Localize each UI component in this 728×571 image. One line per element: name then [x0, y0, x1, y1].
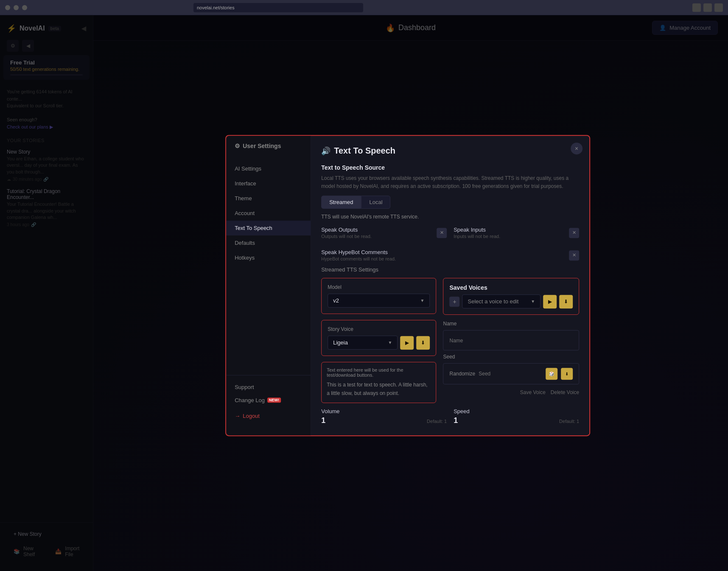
nav-text-to-speech[interactable]: Text To Speech [226, 221, 311, 235]
nav-defaults[interactable]: Defaults [226, 235, 311, 250]
tts-source-toggle: Streamed Local [321, 196, 579, 209]
speak-hypebot-title: Speak HypeBot Comments [321, 249, 396, 256]
speak-inputs-sub: Inputs will not be read. [454, 234, 500, 239]
name-label: Name [443, 321, 579, 327]
story-voice-row: Ligeia ▼ ▶ ⬇ [328, 336, 430, 350]
model-select[interactable]: v2 ▼ [328, 294, 430, 308]
nav-ai-settings[interactable]: AI Settings [226, 161, 311, 176]
speak-outputs-toggle[interactable]: ✕ [437, 228, 447, 238]
left-column: Model v2 ▼ Story Voice Ligeia ▼ ▶ [321, 278, 436, 403]
tts-title-icon: 🔊 [321, 146, 330, 156]
randomize-label: Randomize [449, 371, 475, 377]
seed-section: Seed Randomize 🎲 ⬇ [443, 354, 579, 385]
modal-settings-icon: ⚙ [235, 143, 240, 149]
story-voice-play-btn[interactable]: ▶ [400, 336, 414, 350]
browser-icon-ext[interactable] [692, 3, 701, 12]
speak-settings-grid: Speak Outputs Outputs will not be read. … [321, 227, 579, 244]
speak-outputs-section: Speak Outputs Outputs will not be read. … [321, 227, 447, 244]
saved-voices-section: Saved Voices + Select a voice to edit ▼ … [443, 278, 579, 315]
delete-voice-btn[interactable]: Delete Voice [551, 390, 579, 396]
test-area-hint: Text entered here will be used for the t… [327, 368, 431, 378]
saved-voice-select[interactable]: Select a voice to edit ▼ [462, 295, 540, 309]
saved-voices-row: + Select a voice to edit ▼ ▶ ⬇ [449, 295, 573, 309]
test-area: Text entered here will be used for the t… [321, 362, 436, 403]
speak-outputs-sub: Outputs will not be read. [321, 234, 372, 239]
nav-hotkeys[interactable]: Hotkeys [226, 250, 311, 265]
modal-title: 🔊 Text To Speech [321, 146, 579, 156]
story-voice-arrow-icon: ▼ [388, 341, 392, 345]
test-area-text[interactable]: This is a test for text to speech. A lit… [327, 381, 431, 397]
speak-inputs-title: Speak Inputs [454, 227, 500, 233]
browser-btn-reload[interactable] [22, 5, 27, 10]
seed-copy-btn[interactable]: ⬇ [561, 368, 573, 380]
story-voice-value: Ligeia [333, 340, 348, 346]
tts-source-desc: Local TTS uses your browsers available s… [321, 174, 579, 190]
browser-url[interactable]: novelai.net/stories [193, 3, 363, 12]
browser-btn-forward[interactable] [14, 5, 19, 10]
model-section: Model v2 ▼ [321, 278, 436, 314]
seed-field: Randomize 🎲 ⬇ [443, 364, 579, 385]
logout-icon: → [235, 413, 240, 419]
browser-icons [692, 3, 723, 12]
speed-default: Default: 1 [559, 419, 579, 424]
volume-title: Volume [321, 408, 447, 414]
modal-settings-title: User Settings [243, 143, 281, 149]
model-value: v2 [333, 298, 339, 304]
story-voice-section: Story Voice Ligeia ▼ ▶ ⬇ [321, 320, 436, 356]
tts-note: TTS will use NovelAI's remote TTS servic… [321, 214, 579, 220]
logout-btn[interactable]: → Logout [226, 409, 311, 423]
save-voice-btn[interactable]: Save Voice [520, 390, 546, 396]
modal-sidebar: ⚙ User Settings AI Settings Interface Th… [226, 136, 311, 435]
saved-voices-title: Saved Voices [449, 285, 573, 291]
speak-outputs-info: Speak Outputs Outputs will not be read. [321, 227, 372, 239]
speak-hypebot-row: Speak HypeBot Comments HypeBot comments … [321, 249, 579, 262]
name-input[interactable] [449, 338, 573, 344]
volume-value: 1 [321, 416, 325, 425]
support-link[interactable]: Support [226, 381, 311, 394]
toggle-streamed[interactable]: Streamed [321, 196, 361, 209]
user-settings-modal: ⚙ User Settings AI Settings Interface Th… [225, 135, 590, 436]
model-label: Model [328, 285, 430, 291]
speak-hypebot-toggle[interactable]: ✕ [569, 250, 579, 260]
speak-outputs-row: Speak Outputs Outputs will not be read. … [321, 227, 447, 239]
story-voice-label: Story Voice [328, 327, 430, 333]
browser-bar: novelai.net/stories [0, 0, 728, 15]
browser-icon-star[interactable] [703, 3, 712, 12]
streamed-settings-title: Streamed TTS Settings [321, 267, 579, 273]
volume-section: Volume 1 Default: 1 [321, 408, 447, 425]
saved-voice-play-btn[interactable]: ▶ [543, 295, 557, 308]
speak-hypebot-info: Speak HypeBot Comments HypeBot comments … [321, 249, 396, 262]
name-field [443, 330, 579, 351]
voice-actions: Save Voice Delete Voice [443, 390, 579, 396]
speed-title: Speed [454, 408, 579, 414]
streamed-settings-cols: Model v2 ▼ Story Voice Ligeia ▼ ▶ [321, 278, 579, 403]
modal-close-btn[interactable]: × [571, 143, 582, 154]
logout-label: Logout [243, 413, 260, 419]
browser-icon-menu[interactable] [714, 3, 723, 12]
speak-inputs-row: Speak Inputs Inputs will not be read. ✕ [454, 227, 579, 239]
nav-theme[interactable]: Theme [226, 191, 311, 206]
modal-sidebar-bottom: Support Change Log NEW! → Logout [226, 375, 311, 428]
model-arrow-icon: ▼ [420, 299, 425, 303]
seed-input[interactable] [479, 371, 542, 377]
saved-voice-download-btn[interactable]: ⬇ [559, 295, 573, 308]
seed-label: Seed [443, 354, 579, 360]
nav-account[interactable]: Account [226, 206, 311, 221]
browser-btn-back[interactable] [5, 5, 10, 10]
add-voice-btn[interactable]: + [449, 297, 459, 307]
seed-randomize-btn[interactable]: 🎲 [546, 368, 557, 380]
speak-hypebot-sub: HypeBot comments will not be read. [321, 257, 396, 262]
toggle-local[interactable]: Local [361, 196, 391, 209]
nav-interface[interactable]: Interface [226, 176, 311, 191]
speak-inputs-toggle[interactable]: ✕ [569, 228, 579, 238]
modal-content-area: × 🔊 Text To Speech Text to Speech Source… [311, 136, 589, 435]
vol-speed-grid: Volume 1 Default: 1 Speed 1 Default: 1 [321, 408, 579, 425]
changelog-link[interactable]: Change Log NEW! [226, 394, 311, 407]
speak-inputs-section: Speak Inputs Inputs will not be read. ✕ [454, 227, 579, 244]
speak-inputs-info: Speak Inputs Inputs will not be read. [454, 227, 500, 239]
name-section: Name [443, 321, 579, 351]
speed-value: 1 [454, 416, 458, 425]
tts-source-title: Text to Speech Source [321, 164, 579, 171]
story-voice-select[interactable]: Ligeia ▼ [328, 336, 398, 350]
story-voice-download-btn[interactable]: ⬇ [416, 336, 430, 350]
